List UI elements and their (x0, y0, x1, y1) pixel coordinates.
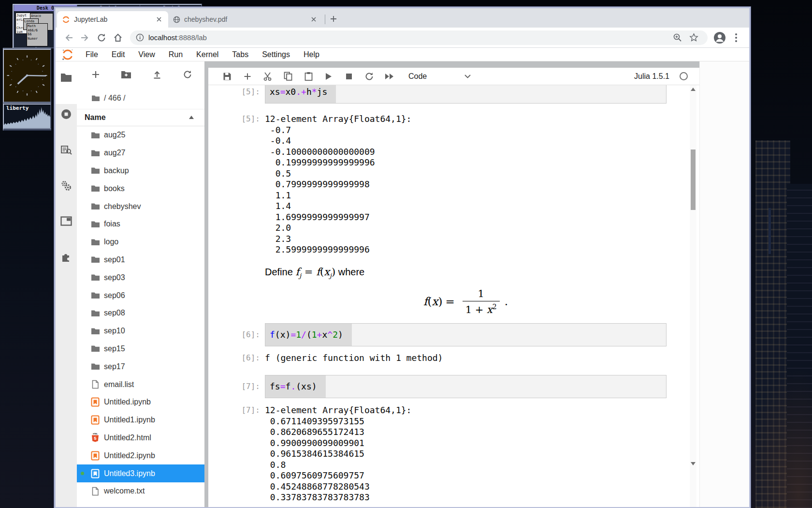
run-cell-icon[interactable] (322, 70, 335, 83)
info-icon[interactable] (136, 33, 144, 42)
menu-view[interactable]: View (131, 50, 161, 59)
kernel-status-icon[interactable] (680, 72, 688, 80)
run-all-icon[interactable] (383, 70, 396, 83)
star-icon[interactable] (687, 31, 700, 45)
file-row-Untitled2.ipynb[interactable]: Untitled2.ipynb (77, 447, 204, 464)
widget-divider (3, 129, 51, 131)
forward-icon[interactable] (78, 31, 92, 45)
file-row-sep03[interactable]: sep03 (77, 269, 204, 286)
jupyterlab-menubar: FileEditViewRunKernelTabsSettingsHelp (56, 48, 749, 61)
kernel-name[interactable]: Julia 1.5.1 (634, 72, 669, 81)
code-line: xs=x0.+h*js (265, 85, 336, 103)
menu-settings[interactable]: Settings (255, 50, 297, 59)
scrollbar-thumb[interactable] (691, 149, 696, 210)
home-icon[interactable] (111, 31, 125, 45)
globe-icon (173, 16, 180, 23)
file-row-welcome.txt[interactable]: welcome.txt (77, 482, 204, 500)
folder-icon (90, 221, 101, 228)
menu-edit[interactable]: Edit (105, 50, 132, 59)
file-row-sep17[interactable]: sep17 (77, 358, 204, 375)
cell-type-dropdown[interactable]: Code (408, 72, 471, 81)
add-cell-icon[interactable] (241, 70, 254, 83)
file-name: Untitled.ipynb (104, 398, 151, 406)
command-palette-icon[interactable] (56, 144, 77, 156)
new-launcher-icon[interactable] (88, 67, 103, 82)
property-inspector-icon[interactable] (56, 180, 77, 192)
new-folder-icon[interactable] (119, 67, 133, 82)
math-miniwindow[interactable]: Math466/666Numer (27, 23, 48, 46)
file-name: sep03 (104, 273, 125, 282)
reload-icon[interactable] (95, 31, 108, 45)
cell-output: f (generic function with 1 method) (265, 353, 667, 364)
file-name: sep08 (104, 309, 125, 317)
notebook-scroll-area[interactable]: [5]:xs=x0.+h*js[5]:12-element Array{Floa… (208, 85, 699, 507)
refresh-icon[interactable] (180, 67, 195, 82)
menu-run[interactable]: Run (162, 50, 189, 59)
file-row-aug27[interactable]: aug27 (77, 144, 204, 162)
cut-cell-icon[interactable] (261, 70, 275, 83)
file-name: aug27 (104, 149, 126, 157)
menu-kernel[interactable]: Kernel (189, 50, 225, 59)
scrollbar-down-icon[interactable] (691, 462, 696, 465)
menu-help[interactable]: Help (297, 50, 326, 59)
url-bar[interactable]: localhost:8888/lab (130, 30, 708, 45)
save-icon[interactable] (220, 70, 234, 83)
open-tabs-icon[interactable] (56, 216, 77, 226)
file-row-aug25[interactable]: aug25 (77, 126, 204, 144)
kebab-menu-icon[interactable] (729, 31, 743, 45)
cell-prompt: [7]: (208, 405, 265, 503)
cell-output: 12-element Array{Float64,1}: 0.671140939… (265, 405, 667, 503)
file-row-backup[interactable]: backup (77, 162, 204, 180)
tab-close-icon[interactable] (309, 15, 318, 24)
avatar-icon[interactable] (713, 31, 726, 45)
extension-manager-icon[interactable] (56, 251, 77, 263)
upload-icon[interactable] (150, 67, 164, 82)
tab-chebyshev-pdf[interactable]: chebyshev.pdf (168, 11, 323, 28)
file-row-sep06[interactable]: sep06 (77, 286, 204, 304)
file-row-sep10[interactable]: sep10 (77, 322, 204, 340)
code-input[interactable]: fs=f.(xs) (265, 375, 667, 398)
file-row-sep15[interactable]: sep15 (77, 340, 204, 358)
file-row-foias[interactable]: foias (77, 215, 204, 233)
fraction-denominator: 1 + x2 (463, 301, 500, 315)
folder-icon (90, 149, 101, 157)
file-row-sep08[interactable]: sep08 (77, 304, 204, 322)
output-cell: [6]:f (generic function with 1 method) (208, 353, 683, 364)
notebook-scrollbar[interactable] (690, 85, 696, 507)
folder-icon (90, 167, 101, 174)
file-row-email.list[interactable]: email.list (77, 375, 204, 393)
file-row-Untitled3.ipynb[interactable]: Untitled3.ipynb (77, 464, 204, 482)
sort-ascending-icon[interactable] (189, 116, 194, 119)
panel-divider[interactable] (204, 61, 208, 507)
code-cell: [6]:f(x)=1/(1+x^2) (208, 323, 683, 346)
file-name: foias (104, 220, 120, 228)
restart-kernel-icon[interactable] (362, 70, 376, 83)
running-sessions-icon[interactable] (56, 108, 77, 120)
menu-tabs[interactable]: Tabs (225, 50, 255, 59)
tab-separator (325, 15, 325, 24)
back-icon[interactable] (62, 31, 75, 45)
new-tab-button[interactable] (327, 13, 340, 25)
paste-cell-icon[interactable] (302, 70, 315, 83)
zoom-in-icon[interactable] (670, 31, 684, 45)
tab-close-icon[interactable] (155, 15, 163, 24)
menu-file[interactable]: File (79, 50, 105, 59)
file-list-header[interactable]: Name (77, 109, 204, 126)
stop-kernel-icon[interactable] (342, 70, 356, 83)
url-path: :8888/lab (177, 33, 207, 42)
file-row-Untitled2.html[interactable]: HTML5Untitled2.html (77, 429, 204, 447)
svg-text:5: 5 (94, 435, 97, 441)
scrollbar-up-icon[interactable] (691, 88, 696, 91)
file-row-Untitled1.ipynb[interactable]: Untitled1.ipynb (77, 411, 204, 429)
tab-jupyterlab[interactable]: JupyterLab (57, 11, 168, 28)
copy-cell-icon[interactable] (281, 70, 295, 83)
file-row-Untitled.ipynb[interactable]: Untitled.ipynb (77, 393, 204, 411)
file-row-chebyshev[interactable]: chebyshev (77, 197, 204, 215)
file-browser-icon[interactable] (56, 73, 77, 82)
breadcrumb[interactable]: / 466 / (77, 87, 204, 109)
code-input[interactable]: xs=x0.+h*js (265, 85, 667, 104)
file-row-sep01[interactable]: sep01 (77, 251, 204, 269)
file-row-books[interactable]: books (77, 179, 204, 197)
file-row-logo[interactable]: logo (77, 233, 204, 251)
code-input[interactable]: f(x)=1/(1+x^2) (265, 323, 667, 346)
